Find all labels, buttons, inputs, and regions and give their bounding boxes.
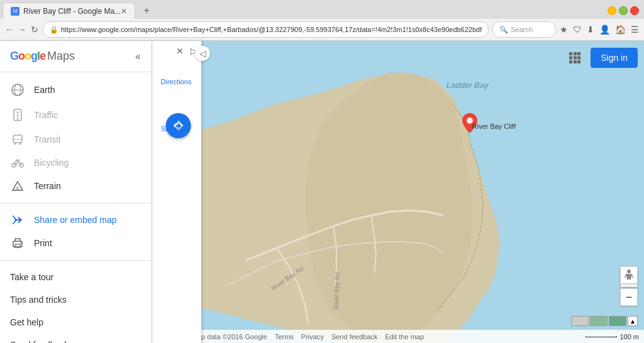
terrain-view-button[interactable] <box>571 316 589 326</box>
sidebar-item-print[interactable]: Print <box>0 231 151 255</box>
svg-rect-32 <box>577 60 580 63</box>
back-button[interactable]: ← <box>5 22 14 37</box>
bookmark-icon[interactable]: ★ <box>560 24 568 35</box>
sidebar: Google Maps « Earth Traffic <box>0 41 151 343</box>
url-text: https://www.google.com/maps/place/River+… <box>61 26 482 33</box>
privacy-link[interactable]: Privacy <box>301 333 324 340</box>
tab-close-button[interactable]: ✕ <box>121 7 127 16</box>
home-icon[interactable]: 🏠 <box>615 24 626 35</box>
terrain-label: Terrain <box>34 181 61 191</box>
svg-point-8 <box>14 143 16 145</box>
user-icon[interactable]: 👤 <box>599 24 610 35</box>
share-embed-icon <box>10 215 25 224</box>
menu-divider-2 <box>0 260 151 261</box>
sign-in-button[interactable]: Sign in <box>591 48 638 68</box>
logo-o1: o <box>18 50 25 62</box>
print-icon <box>10 237 25 249</box>
browser-chrome: M River Bay Cliff - Google Ma... ✕ + ← →… <box>0 0 644 41</box>
terrain-icon <box>10 180 25 192</box>
directions-label: Directions <box>161 78 192 85</box>
sidebar-header: Google Maps « <box>0 41 151 72</box>
download-icon[interactable]: ⬇ <box>587 24 594 35</box>
sidebar-menu: Earth Traffic Transit Bicy <box>0 72 151 343</box>
sidebar-item-traffic[interactable]: Traffic <box>0 102 151 128</box>
traffic-label: Traffic <box>34 110 58 120</box>
sidebar-item-send-feedback[interactable]: Send feedback <box>0 334 151 343</box>
share-map-icon[interactable]: ◁ <box>168 110 177 125</box>
sidebar-item-bicycling[interactable]: Bicycling <box>0 151 151 174</box>
edit-map-link[interactable]: Edit the map <box>385 333 424 340</box>
main-content: Google Maps « Earth Traffic <box>0 41 644 343</box>
window-controls <box>608 6 641 15</box>
search-placeholder: Search <box>511 26 533 33</box>
svg-rect-29 <box>577 57 580 60</box>
svg-rect-25 <box>574 52 577 55</box>
sidebar-item-share-embed[interactable]: Share or embed map <box>0 209 151 231</box>
lock-icon: 🔒 <box>50 26 58 34</box>
close-button[interactable] <box>630 6 639 15</box>
panel-close-button[interactable]: ✕ <box>176 46 184 56</box>
sidebar-item-get-help[interactable]: Get help <box>0 311 151 334</box>
menu-icon[interactable]: ☰ <box>631 24 639 35</box>
svg-rect-31 <box>574 60 577 63</box>
map-svg: River Bay Rd River Bay Rd Ladder Bay <box>151 41 644 343</box>
sidebar-item-tips-and-tricks[interactable]: Tips and tricks <box>0 288 151 311</box>
earth-icon <box>10 84 25 96</box>
maximize-button[interactable] <box>619 6 628 15</box>
panel-expand-button[interactable]: ◁ <box>195 46 210 61</box>
transit-icon <box>10 134 25 145</box>
svg-point-5 <box>16 114 19 117</box>
scale-line <box>586 336 617 337</box>
sidebar-item-terrain[interactable]: Terrain <box>0 174 151 198</box>
svg-point-6 <box>16 117 19 120</box>
toolbar-icons: ★ 🛡 ⬇ 👤 🏠 ☰ <box>560 24 639 35</box>
scale-text: 100 m <box>619 333 639 340</box>
expand-view-button[interactable]: ▲ <box>628 316 638 326</box>
svg-rect-30 <box>569 60 572 63</box>
share-map-label: SHARE <box>161 125 185 133</box>
bicycle-icon <box>10 158 25 168</box>
forward-button[interactable]: → <box>18 22 26 37</box>
share-embed-label: Share or embed map <box>34 215 117 225</box>
earth-view-button[interactable] <box>609 316 626 326</box>
svg-point-4 <box>16 111 19 114</box>
minimize-button[interactable] <box>608 6 616 15</box>
apps-grid-icon <box>569 52 581 64</box>
svg-point-33 <box>627 270 631 273</box>
svg-point-18 <box>20 242 21 244</box>
shield-icon[interactable]: 🛡 <box>573 24 582 35</box>
google-apps-button[interactable] <box>564 47 586 68</box>
svg-text:Ladder Bay: Ladder Bay <box>447 80 489 90</box>
satellite-view-button[interactable] <box>590 316 608 326</box>
sidebar-item-transit[interactable]: Transit <box>0 128 151 151</box>
map-bottom-bar: Google Map data ©2016 Google Terms Priva… <box>151 330 644 343</box>
url-bar[interactable]: 🔒 https://www.google.com/maps/place/Rive… <box>43 21 489 38</box>
new-tab-button[interactable]: + <box>139 3 154 18</box>
street-view-pegman[interactable] <box>620 266 638 284</box>
active-tab[interactable]: M River Bay Cliff - Google Ma... ✕ <box>3 3 135 19</box>
logo-e: e <box>40 50 45 62</box>
pegman-icon <box>624 269 634 281</box>
terms-link[interactable]: Terms <box>275 333 294 340</box>
tab-favicon: M <box>11 7 19 16</box>
svg-rect-28 <box>574 57 577 60</box>
svg-rect-7 <box>13 135 22 143</box>
sidebar-item-take-a-tour[interactable]: Take a tour <box>0 266 151 288</box>
send-feedback-link[interactable]: Send feedback <box>331 333 377 340</box>
google-logo: Google <box>10 50 45 63</box>
maps-text: Maps <box>47 50 75 63</box>
zoom-out-button[interactable]: − <box>620 288 638 306</box>
svg-point-9 <box>19 143 21 145</box>
logo-o2: o <box>25 50 31 62</box>
sidebar-collapse-button[interactable]: « <box>135 51 141 62</box>
scale-controls: ▲ <box>571 316 638 326</box>
browser-search-bar[interactable]: 🔍 Search <box>492 21 556 38</box>
sidebar-item-earth[interactable]: Earth <box>0 77 151 102</box>
traffic-icon <box>10 109 25 121</box>
map-area[interactable]: River Bay Rd River Bay Rd Ladder Bay Riv… <box>151 41 644 343</box>
bicycling-label: Bicycling <box>34 158 69 168</box>
reload-button[interactable]: ↻ <box>30 22 39 37</box>
scale-bar: 100 m <box>586 333 639 340</box>
logo-g2: g <box>31 50 37 62</box>
tab-bar: M River Bay Cliff - Google Ma... ✕ + <box>0 0 644 19</box>
